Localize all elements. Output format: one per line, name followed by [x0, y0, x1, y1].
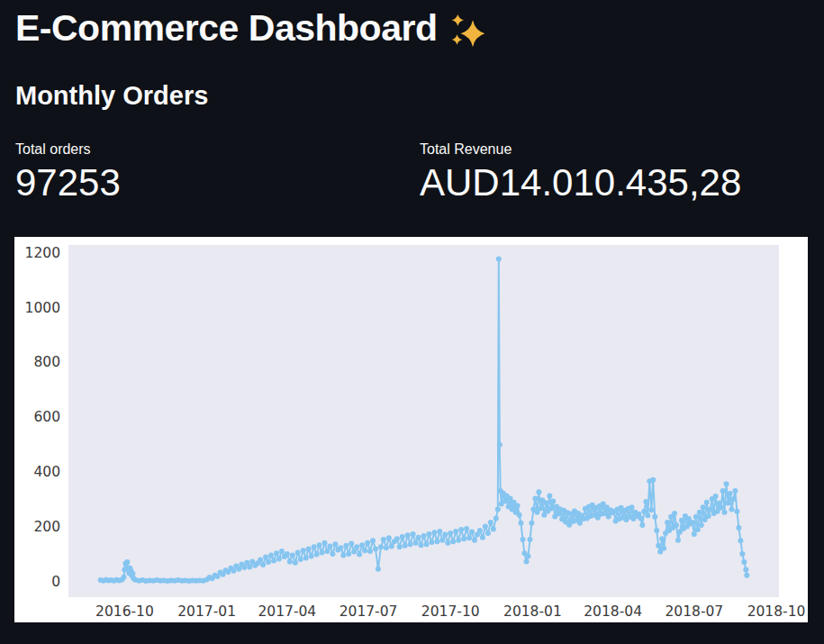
- y-tick-label: 1000: [25, 300, 60, 316]
- metric-label: Total orders: [15, 141, 121, 158]
- sparkles-icon: [448, 13, 488, 49]
- x-tick-label: 2017-04: [258, 603, 316, 620]
- x-tick-label: 2017-07: [340, 603, 398, 620]
- y-tick-label: 600: [33, 409, 60, 425]
- x-tick-label: 2018-01: [503, 603, 562, 620]
- y-tick-label: 0: [51, 574, 60, 590]
- orders-chart-card: 0200400600800100012002016-102017-012017-…: [14, 237, 808, 622]
- x-tick-label: 2016-10: [95, 603, 154, 620]
- metric-total-orders: Total orders 97253: [15, 141, 121, 202]
- page-title-text: E-Commerce Dashboard: [15, 7, 437, 50]
- x-tick-label: 2017-10: [421, 603, 480, 620]
- metric-label: Total Revenue: [420, 141, 741, 158]
- metric-value: AUD14.010.435,28: [420, 164, 741, 202]
- y-tick-label: 800: [33, 354, 60, 370]
- x-tick-label: 2018-07: [665, 603, 723, 620]
- page-title: E-Commerce Dashboard: [15, 7, 488, 50]
- y-tick-label: 400: [33, 464, 60, 480]
- metric-total-revenue: Total Revenue AUD14.010.435,28: [420, 141, 741, 202]
- x-tick-label: 2017-01: [177, 603, 236, 620]
- y-tick-label: 1200: [25, 245, 60, 261]
- section-title: Monthly Orders: [15, 81, 208, 111]
- metric-value: 97253: [15, 164, 121, 202]
- orders-line-chart: 0200400600800100012002016-102017-012017-…: [14, 237, 808, 622]
- y-tick-label: 200: [33, 519, 60, 535]
- x-tick-label: 2018-04: [584, 603, 642, 620]
- x-tick-label: 2018-10: [747, 603, 806, 620]
